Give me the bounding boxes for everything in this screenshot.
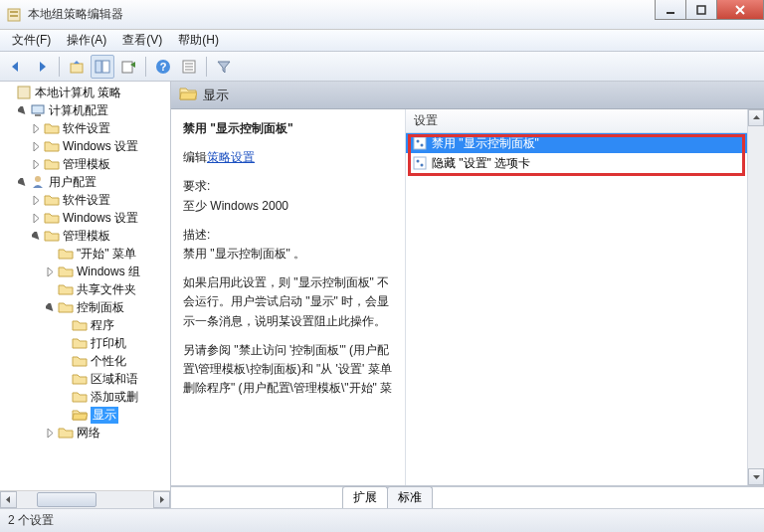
folder-icon [58, 425, 74, 441]
svg-point-26 [421, 164, 424, 167]
tree-hscrollbar[interactable] [0, 490, 170, 508]
scroll-down-button[interactable] [748, 468, 764, 485]
tree-label: 程序 [91, 317, 114, 334]
maximize-button[interactable] [685, 0, 717, 20]
svg-rect-4 [697, 6, 705, 14]
tree-label: 打印机 [91, 335, 126, 352]
tree-region[interactable]: 区域和语 [0, 370, 170, 388]
svg-rect-2 [10, 15, 18, 17]
svg-point-20 [35, 176, 41, 182]
tree-root[interactable]: 本地计算机 策略 [0, 84, 170, 101]
menu-action[interactable]: 操作(A) [59, 30, 114, 51]
expand-icon[interactable] [44, 266, 56, 277]
tree-label: 软件设置 [63, 192, 110, 209]
scroll-up-button[interactable] [748, 109, 764, 126]
tree-cc-admin[interactable]: 管理模板 [0, 155, 170, 173]
tree-network[interactable]: 网络 [0, 424, 170, 442]
tree-control-panel[interactable]: 控制面板 [0, 298, 170, 316]
folder-icon [44, 120, 60, 136]
list-header-settings[interactable]: 设置 [406, 109, 747, 133]
description-line: 禁用 "显示控制面板" 。 [183, 247, 305, 261]
svg-point-23 [421, 144, 424, 147]
list-item-label: 隐藏 "设置" 选项卡 [432, 155, 530, 172]
tree-printers[interactable]: 打印机 [0, 334, 170, 352]
scroll-track[interactable] [748, 126, 764, 468]
properties-button[interactable] [177, 55, 201, 79]
forward-button[interactable] [30, 55, 54, 79]
desc-vscrollbar[interactable] [747, 109, 764, 485]
folder-icon [72, 317, 88, 333]
menu-view[interactable]: 查看(V) [114, 30, 170, 51]
expand-icon[interactable] [30, 140, 42, 152]
tree-uc-windows[interactable]: Windows 设置 [0, 209, 170, 227]
tree-display[interactable]: 显示 [0, 406, 170, 424]
tree-label: 软件设置 [63, 120, 110, 137]
tree[interactable]: 本地计算机 策略 计算机配置 软件设置 Windows 设置 管理模板 用户配置… [0, 82, 170, 490]
description-para1: 如果启用此设置，则 "显示控制面板" 不会运行。用户尝试启动 "显示" 时，会显… [183, 273, 393, 331]
list-item-label: 禁用 "显示控制面板" [432, 135, 539, 152]
expand-icon[interactable] [30, 194, 42, 206]
folder-icon [58, 281, 74, 297]
tree-programs[interactable]: 程序 [0, 316, 170, 334]
collapse-icon[interactable] [16, 176, 28, 188]
toolbar-separator [59, 57, 60, 77]
edit-policy-link[interactable]: 策略设置 [207, 150, 255, 164]
filter-button[interactable] [212, 55, 236, 79]
window-title: 本地组策略编辑器 [28, 6, 123, 23]
export-button[interactable] [116, 55, 140, 79]
tree-label: Windows 设置 [63, 210, 138, 227]
expand-icon[interactable] [30, 122, 42, 134]
tabs-row: 扩展 标准 [171, 486, 764, 508]
scroll-left-button[interactable] [0, 491, 17, 508]
expand-icon[interactable] [30, 158, 42, 170]
folder-icon [72, 371, 88, 387]
tree-personalization[interactable]: 个性化 [0, 352, 170, 370]
tree-label: 管理模板 [63, 228, 110, 245]
tree-shared-folders[interactable]: 共享文件夹 [0, 280, 170, 298]
collapse-icon[interactable] [16, 104, 28, 116]
tree-computer-config[interactable]: 计算机配置 [0, 101, 170, 119]
scroll-thumb[interactable] [37, 492, 96, 507]
tree-user-config[interactable]: 用户配置 [0, 173, 170, 191]
policy-item-icon [412, 155, 428, 171]
tree-start-menu[interactable]: "开始" 菜单 [0, 245, 170, 263]
tree-windows-comp[interactable]: Windows 组 [0, 263, 170, 280]
folder-icon [58, 264, 74, 279]
tab-standard[interactable]: 标准 [387, 486, 433, 508]
help-button[interactable]: ? [151, 55, 175, 79]
svg-rect-17 [18, 87, 30, 98]
policy-icon [16, 85, 32, 100]
tree-label: Windows 设置 [63, 138, 138, 155]
list-item-disable-display[interactable]: 禁用 "显示控制面板" [406, 133, 747, 153]
description-label: 描述: [183, 228, 210, 242]
tab-extended[interactable]: 扩展 [342, 486, 388, 508]
show-tree-button[interactable] [91, 55, 114, 79]
menu-file[interactable]: 文件(F) [4, 30, 59, 51]
folder-icon [44, 210, 60, 226]
back-button[interactable] [4, 55, 28, 79]
close-button[interactable] [716, 0, 764, 20]
tree-uc-admin[interactable]: 管理模板 [0, 227, 170, 245]
collapse-icon[interactable] [44, 301, 56, 313]
menubar: 文件(F) 操作(A) 查看(V) 帮助(H) [0, 30, 764, 52]
expand-icon[interactable] [30, 212, 42, 224]
svg-rect-1 [10, 11, 18, 13]
expand-icon[interactable] [44, 427, 56, 439]
tree-cc-software[interactable]: 软件设置 [0, 119, 170, 137]
statusbar: 2 个设置 [0, 508, 764, 532]
collapse-icon[interactable] [30, 230, 42, 242]
tree-label: 区域和语 [91, 371, 138, 388]
tree-label: 添加或删 [91, 389, 138, 406]
tree-cc-windows[interactable]: Windows 设置 [0, 137, 170, 155]
scroll-track[interactable] [17, 491, 153, 508]
tree-add-remove[interactable]: 添加或删 [0, 388, 170, 406]
minimize-button[interactable] [655, 0, 686, 20]
menu-help[interactable]: 帮助(H) [170, 30, 227, 51]
up-button[interactable] [65, 55, 89, 79]
content-title: 显示 [203, 87, 229, 104]
list-item-hide-settings-tab[interactable]: 隐藏 "设置" 选项卡 [406, 153, 747, 173]
scroll-right-button[interactable] [153, 491, 170, 508]
svg-rect-8 [96, 61, 101, 73]
policy-title: 禁用 "显示控制面板" [183, 121, 293, 135]
tree-uc-software[interactable]: 软件设置 [0, 191, 170, 209]
